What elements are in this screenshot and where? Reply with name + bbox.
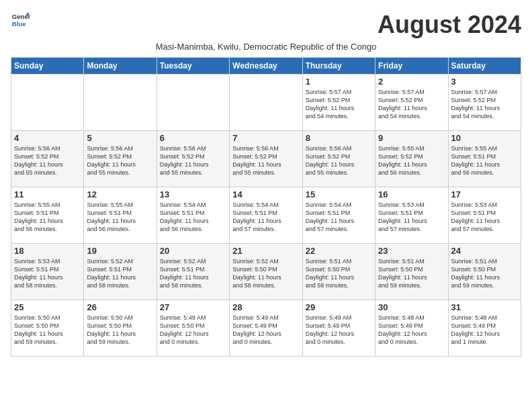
header-friday: Friday — [375, 58, 448, 75]
calendar-cell: 22Sunrise: 5:51 AM Sunset: 5:50 PM Dayli… — [302, 244, 375, 300]
calendar-cell: 7Sunrise: 5:56 AM Sunset: 5:52 PM Daylig… — [230, 131, 302, 187]
day-info: Sunrise: 5:56 AM Sunset: 5:52 PM Dayligh… — [232, 144, 299, 177]
day-number: 16 — [378, 189, 445, 199]
day-info: Sunrise: 5:48 AM Sunset: 5:49 PM Dayligh… — [451, 314, 518, 347]
day-number: 29 — [306, 302, 372, 312]
day-info: Sunrise: 5:53 AM Sunset: 5:51 PM Dayligh… — [378, 201, 445, 234]
day-number: 23 — [378, 246, 445, 256]
calendar-cell: 27Sunrise: 5:49 AM Sunset: 5:50 PM Dayli… — [157, 300, 229, 357]
header: General Blue August 2024 — [11, 11, 521, 39]
day-info: Sunrise: 5:57 AM Sunset: 5:52 PM Dayligh… — [306, 88, 372, 121]
day-number: 12 — [87, 189, 153, 199]
day-info: Sunrise: 5:51 AM Sunset: 5:50 PM Dayligh… — [378, 257, 445, 290]
calendar-cell: 13Sunrise: 5:54 AM Sunset: 5:51 PM Dayli… — [157, 187, 229, 244]
calendar-header-row: SundayMondayTuesdayWednesdayThursdayFrid… — [11, 58, 521, 75]
day-info: Sunrise: 5:53 AM Sunset: 5:51 PM Dayligh… — [451, 201, 518, 234]
calendar-cell: 16Sunrise: 5:53 AM Sunset: 5:51 PM Dayli… — [375, 187, 448, 244]
calendar-cell: 19Sunrise: 5:52 AM Sunset: 5:51 PM Dayli… — [84, 244, 157, 300]
calendar-cell: 15Sunrise: 5:54 AM Sunset: 5:51 PM Dayli… — [302, 187, 375, 244]
day-info: Sunrise: 5:56 AM Sunset: 5:52 PM Dayligh… — [14, 144, 81, 177]
calendar-cell: 18Sunrise: 5:53 AM Sunset: 5:51 PM Dayli… — [11, 244, 84, 300]
day-number: 3 — [451, 77, 518, 87]
day-number: 22 — [306, 246, 372, 256]
day-info: Sunrise: 5:55 AM Sunset: 5:51 PM Dayligh… — [87, 201, 153, 234]
calendar-cell: 9Sunrise: 5:55 AM Sunset: 5:52 PM Daylig… — [375, 131, 448, 187]
calendar-cell — [157, 75, 229, 131]
day-number: 24 — [451, 246, 518, 256]
day-number: 20 — [160, 246, 226, 256]
calendar-cell: 10Sunrise: 5:55 AM Sunset: 5:51 PM Dayli… — [448, 131, 521, 187]
calendar-cell: 26Sunrise: 5:50 AM Sunset: 5:50 PM Dayli… — [84, 300, 157, 357]
day-number: 9 — [378, 133, 445, 143]
day-info: Sunrise: 5:55 AM Sunset: 5:51 PM Dayligh… — [14, 201, 81, 234]
day-info: Sunrise: 5:54 AM Sunset: 5:51 PM Dayligh… — [306, 201, 372, 234]
header-monday: Monday — [84, 58, 157, 75]
day-info: Sunrise: 5:54 AM Sunset: 5:51 PM Dayligh… — [160, 201, 226, 234]
day-info: Sunrise: 5:51 AM Sunset: 5:50 PM Dayligh… — [306, 257, 372, 290]
day-number: 21 — [232, 246, 299, 256]
day-number: 14 — [232, 189, 299, 199]
calendar-cell: 20Sunrise: 5:52 AM Sunset: 5:51 PM Dayli… — [157, 244, 229, 300]
page-subtitle: Masi-Manimba, Kwilu, Democratic Republic… — [11, 42, 521, 52]
day-number: 8 — [306, 133, 372, 143]
calendar-cell: 24Sunrise: 5:51 AM Sunset: 5:50 PM Dayli… — [448, 244, 521, 300]
svg-text:Blue: Blue — [12, 20, 26, 28]
day-number: 7 — [232, 133, 299, 143]
day-info: Sunrise: 5:57 AM Sunset: 5:52 PM Dayligh… — [378, 88, 445, 121]
day-number: 11 — [14, 189, 81, 199]
day-info: Sunrise: 5:52 AM Sunset: 5:50 PM Dayligh… — [232, 257, 299, 290]
logo-icon: General Blue — [11, 11, 30, 30]
calendar-cell: 23Sunrise: 5:51 AM Sunset: 5:50 PM Dayli… — [375, 244, 448, 300]
day-number: 5 — [87, 133, 153, 143]
day-number: 25 — [14, 302, 81, 312]
calendar-cell: 12Sunrise: 5:55 AM Sunset: 5:51 PM Dayli… — [84, 187, 157, 244]
day-number: 30 — [378, 302, 445, 312]
header-wednesday: Wednesday — [230, 58, 302, 75]
day-info: Sunrise: 5:54 AM Sunset: 5:51 PM Dayligh… — [232, 201, 299, 234]
day-number: 31 — [451, 302, 518, 312]
day-info: Sunrise: 5:49 AM Sunset: 5:49 PM Dayligh… — [232, 314, 299, 347]
calendar-cell: 5Sunrise: 5:56 AM Sunset: 5:52 PM Daylig… — [84, 131, 157, 187]
day-info: Sunrise: 5:52 AM Sunset: 5:51 PM Dayligh… — [160, 257, 226, 290]
header-sunday: Sunday — [11, 58, 84, 75]
calendar-cell — [84, 75, 157, 131]
day-number: 1 — [306, 77, 372, 87]
calendar-cell: 2Sunrise: 5:57 AM Sunset: 5:52 PM Daylig… — [375, 75, 448, 131]
header-thursday: Thursday — [302, 58, 375, 75]
calendar-cell: 31Sunrise: 5:48 AM Sunset: 5:49 PM Dayli… — [448, 300, 521, 357]
day-info: Sunrise: 5:48 AM Sunset: 5:49 PM Dayligh… — [378, 314, 445, 347]
calendar-cell: 1Sunrise: 5:57 AM Sunset: 5:52 PM Daylig… — [302, 75, 375, 131]
logo: General Blue — [11, 11, 30, 30]
day-info: Sunrise: 5:52 AM Sunset: 5:51 PM Dayligh… — [87, 257, 153, 290]
day-info: Sunrise: 5:55 AM Sunset: 5:52 PM Dayligh… — [378, 144, 445, 177]
calendar-cell — [230, 75, 302, 131]
day-info: Sunrise: 5:56 AM Sunset: 5:52 PM Dayligh… — [306, 144, 372, 177]
calendar-cell: 17Sunrise: 5:53 AM Sunset: 5:51 PM Dayli… — [448, 187, 521, 244]
calendar-week-row: 1Sunrise: 5:57 AM Sunset: 5:52 PM Daylig… — [11, 75, 521, 131]
calendar-cell: 6Sunrise: 5:56 AM Sunset: 5:52 PM Daylig… — [157, 131, 229, 187]
calendar-cell: 8Sunrise: 5:56 AM Sunset: 5:52 PM Daylig… — [302, 131, 375, 187]
header-saturday: Saturday — [448, 58, 521, 75]
calendar-cell: 28Sunrise: 5:49 AM Sunset: 5:49 PM Dayli… — [230, 300, 302, 357]
calendar-cell: 11Sunrise: 5:55 AM Sunset: 5:51 PM Dayli… — [11, 187, 84, 244]
day-number: 27 — [160, 302, 226, 312]
calendar-cell: 21Sunrise: 5:52 AM Sunset: 5:50 PM Dayli… — [230, 244, 302, 300]
calendar-cell: 4Sunrise: 5:56 AM Sunset: 5:52 PM Daylig… — [11, 131, 84, 187]
day-number: 10 — [451, 133, 518, 143]
day-info: Sunrise: 5:51 AM Sunset: 5:50 PM Dayligh… — [451, 257, 518, 290]
calendar-week-row: 11Sunrise: 5:55 AM Sunset: 5:51 PM Dayli… — [11, 187, 521, 244]
day-number: 18 — [14, 246, 81, 256]
calendar-cell: 25Sunrise: 5:50 AM Sunset: 5:50 PM Dayli… — [11, 300, 84, 357]
calendar-cell: 30Sunrise: 5:48 AM Sunset: 5:49 PM Dayli… — [375, 300, 448, 357]
page-title: August 2024 — [378, 11, 521, 39]
day-number: 15 — [306, 189, 372, 199]
day-number: 13 — [160, 189, 226, 199]
day-info: Sunrise: 5:50 AM Sunset: 5:50 PM Dayligh… — [87, 314, 153, 347]
day-number: 6 — [160, 133, 226, 143]
day-info: Sunrise: 5:55 AM Sunset: 5:51 PM Dayligh… — [451, 144, 518, 177]
calendar-cell: 3Sunrise: 5:57 AM Sunset: 5:52 PM Daylig… — [448, 75, 521, 131]
day-number: 28 — [232, 302, 299, 312]
header-tuesday: Tuesday — [157, 58, 229, 75]
calendar-cell: 29Sunrise: 5:49 AM Sunset: 5:49 PM Dayli… — [302, 300, 375, 357]
day-number: 17 — [451, 189, 518, 199]
